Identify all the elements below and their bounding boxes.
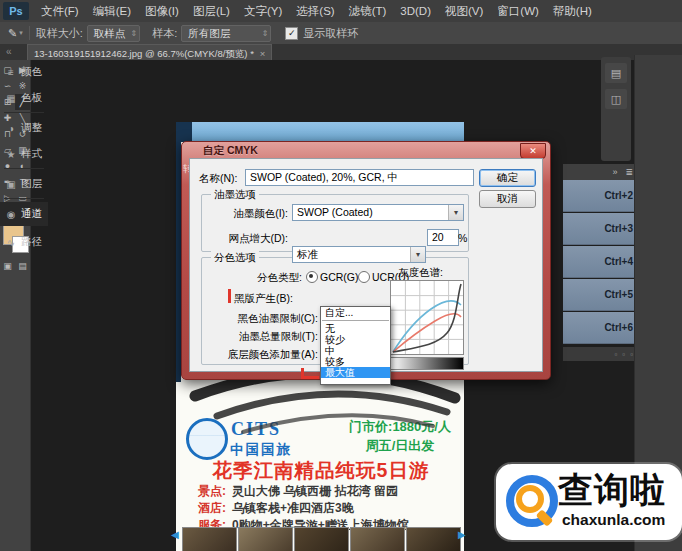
- spin-arrows-icon: ⇕: [262, 26, 269, 41]
- layers-panel-icon: ▣: [5, 179, 17, 190]
- ink-colors-label: 油墨颜色(I):: [200, 207, 288, 221]
- cancel-button[interactable]: 取消: [479, 190, 536, 208]
- new-channel-icon[interactable]: ▫: [622, 350, 625, 359]
- dropdown-option-light[interactable]: 较少: [321, 334, 390, 345]
- eyedropper-preset-icon[interactable]: ✎: [8, 27, 17, 40]
- carousel-next-icon[interactable]: ▶: [458, 529, 466, 540]
- panel-menu-icon[interactable]: ≣: [625, 167, 633, 177]
- menu-window[interactable]: 窗口(W): [490, 0, 546, 22]
- percent-sign: %: [458, 232, 467, 244]
- properties-panel-icon[interactable]: ◫: [605, 89, 627, 109]
- dock-item-layers[interactable]: ▣图层: [0, 172, 48, 196]
- collapsed-panel-strip: ▤ ◫: [601, 57, 631, 161]
- dot-gain-label: 网点增大(D):: [200, 232, 288, 246]
- load-selection-icon[interactable]: ▫: [614, 350, 617, 359]
- dock-item-color[interactable]: ≡颜色: [0, 60, 48, 84]
- ucr-radio[interactable]: [358, 271, 370, 283]
- collapse-toolbar-icon[interactable]: «: [6, 44, 12, 59]
- sample-select[interactable]: 所有图层⇕: [181, 25, 271, 42]
- sample-label: 样本:: [152, 26, 177, 41]
- preset-dropdown-arrow-icon[interactable]: ▾: [19, 29, 23, 37]
- spin-arrows-icon: ⇕: [131, 26, 138, 41]
- black-generation-label: 黑版产生(B):: [234, 292, 293, 306]
- black-ink-limit-label: 黑色油墨限制(C):: [180, 312, 318, 326]
- uca-amount-label: 底层颜色添加量(A):: [170, 348, 318, 362]
- history-panel-icon[interactable]: ▤: [605, 63, 627, 83]
- dock-item-paths[interactable]: ∿路径: [0, 230, 48, 254]
- dropdown-arrow-icon: ▾: [448, 205, 463, 220]
- collapse-panel-icon[interactable]: »: [612, 167, 617, 177]
- hotel-photo-thumbnail: [238, 527, 293, 551]
- menu-file[interactable]: 文件(F): [34, 0, 86, 22]
- dock-item-channels[interactable]: ◉通道: [0, 202, 48, 226]
- channel-row[interactable]: Ctrl+3: [563, 213, 639, 245]
- gray-ramp-gradient-bar: [390, 357, 464, 370]
- dialog-close-button[interactable]: ✕: [520, 143, 546, 159]
- watermark-title: 查询啦: [558, 467, 666, 514]
- dropdown-separator: [322, 320, 389, 321]
- dropdown-option-maximum[interactable]: 最大值: [321, 367, 390, 378]
- dock-item-adjustments[interactable]: ◑调整: [0, 116, 48, 140]
- name-label: 名称(N):: [199, 172, 238, 186]
- menu-layer[interactable]: 图层(L): [186, 0, 237, 22]
- document-tab[interactable]: 13-160319151912462.jpg @ 66.7%(CMYK/8/预览…: [27, 44, 272, 61]
- dock-divider: [4, 112, 44, 113]
- separation-type-label: 分色类型:: [212, 271, 302, 285]
- dropdown-option-medium[interactable]: 中: [321, 345, 390, 356]
- adjustments-panel-icon: ◑: [5, 123, 17, 134]
- channel-row[interactable]: Ctrl+4: [563, 246, 639, 278]
- ink-colors-select[interactable]: SWOP (Coated)▾: [292, 204, 464, 221]
- black-generation-dropdown-list: 自定... 无 较少 中 较多 最大值: [320, 306, 391, 385]
- color-panel-icon: ≡: [5, 67, 17, 78]
- dialog-title: 自定 CMYK: [203, 144, 258, 158]
- menu-type[interactable]: 文字(Y): [237, 0, 289, 22]
- carousel-prev-icon[interactable]: ◀: [171, 529, 179, 540]
- dropdown-arrow-icon: ▾: [410, 247, 425, 262]
- dropdown-option-heavy[interactable]: 较多: [321, 356, 390, 367]
- channel-row[interactable]: Ctrl+5: [563, 279, 639, 311]
- dropdown-option-custom[interactable]: 自定...: [321, 307, 390, 318]
- document-tab-bar: « 13-160319151912462.jpg @ 66.7%(CMYK/8/…: [0, 44, 682, 61]
- menu-3d[interactable]: 3D(D): [393, 0, 438, 22]
- watermark-domain: chaxunla.com: [562, 511, 665, 529]
- paths-panel-icon: ∿: [5, 237, 17, 248]
- menu-image[interactable]: 图像(I): [138, 0, 186, 22]
- sample-size-select[interactable]: 取样点⇕: [87, 25, 141, 42]
- poster-sky-image: [176, 122, 464, 142]
- hotel-photo-thumbnail: [406, 527, 461, 551]
- show-sampling-ring-checkbox[interactable]: ✓: [285, 27, 298, 40]
- channel-row[interactable]: Ctrl+2: [563, 180, 639, 212]
- gray-ramp-label: 灰度色谱:: [398, 266, 443, 280]
- menu-filter[interactable]: 滤镜(T): [342, 0, 394, 22]
- separation-options-title: 分色选项: [211, 251, 259, 265]
- menu-help[interactable]: 帮助(H): [546, 0, 599, 22]
- dropdown-option-none[interactable]: 无: [321, 323, 390, 334]
- show-sampling-ring-label: 显示取样环: [303, 26, 358, 41]
- hotel-photo-thumbnail: [182, 527, 237, 551]
- watermark-magnifier-inner-icon: [516, 485, 544, 513]
- poster-tower-image: [176, 122, 192, 142]
- channel-row[interactable]: Ctrl+6: [563, 312, 639, 344]
- hotel-photo-thumbnail: [294, 527, 349, 551]
- annotation-mark-maximum: [301, 376, 319, 379]
- quick-mask-mode-icon[interactable]: ▣: [0, 258, 15, 274]
- tab-close-icon[interactable]: ×: [260, 46, 266, 61]
- dot-gain-select[interactable]: 标准▾: [292, 246, 426, 263]
- gcr-radio[interactable]: [306, 271, 318, 283]
- options-bar: ✎ ▾ 取样大小: 取样点⇕ 样本: 所有图层⇕ ✓ 显示取样环: [0, 22, 682, 45]
- dock-item-swatches[interactable]: ▦色板: [0, 86, 48, 110]
- menu-view[interactable]: 视图(V): [438, 0, 490, 22]
- document-tab-title: 13-160319151912462.jpg @ 66.7%(CMYK/8/预览…: [34, 46, 254, 61]
- ok-button[interactable]: 确定: [479, 169, 536, 187]
- styles-panel-icon: ★: [5, 149, 17, 160]
- screen-mode-icon[interactable]: ▤: [15, 258, 30, 274]
- dock-item-styles[interactable]: ★样式: [0, 142, 48, 166]
- channels-panel-icon: ◉: [5, 209, 17, 220]
- options-separator: [29, 26, 30, 40]
- menu-select[interactable]: 选择(S): [289, 0, 341, 22]
- delete-channel-icon[interactable]: ▫: [630, 350, 633, 359]
- name-input[interactable]: SWOP (Coated), 20%, GCR, 中: [245, 169, 474, 186]
- menu-edit[interactable]: 编辑(E): [86, 0, 138, 22]
- photoshop-logo: Ps: [3, 2, 29, 20]
- dot-gain-percent-input[interactable]: 20: [427, 229, 459, 246]
